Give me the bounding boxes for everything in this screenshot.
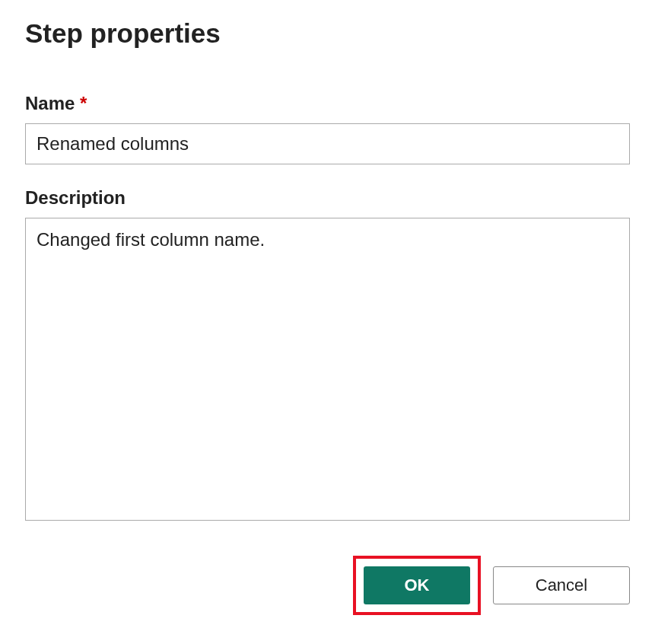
ok-button[interactable]: OK: [364, 566, 470, 604]
dialog-title: Step properties: [25, 18, 630, 49]
ok-highlight-box: OK: [353, 556, 481, 615]
description-textarea[interactable]: Changed first column name.: [25, 218, 630, 521]
description-field-group: Description Changed first column name.: [25, 187, 630, 524]
name-label: Name *: [25, 93, 630, 114]
required-asterisk: *: [80, 93, 87, 113]
button-row: OK Cancel: [25, 556, 630, 615]
name-label-text: Name: [25, 93, 75, 113]
name-field-group: Name *: [25, 93, 630, 164]
cancel-button[interactable]: Cancel: [493, 566, 630, 604]
name-input[interactable]: [25, 123, 630, 164]
description-label: Description: [25, 187, 630, 209]
